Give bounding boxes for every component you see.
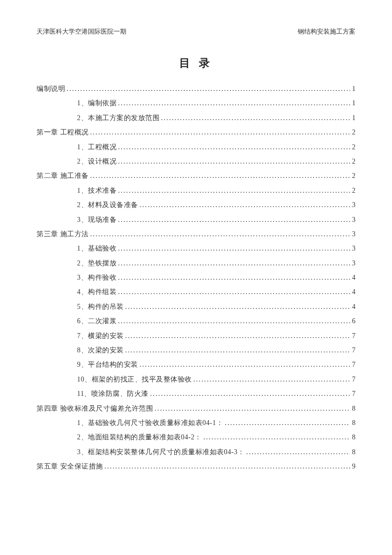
- header-left: 天津医科大学空港国际医院一期: [37, 27, 126, 36]
- toc-label: 2、地面组装结构的质量标准如表04-2：: [77, 430, 202, 444]
- toc-page-number: 1: [350, 96, 355, 110]
- toc-entry: 7、横梁的安装7: [37, 329, 355, 343]
- toc-page-number: 2: [350, 183, 355, 198]
- toc-entry: 5、构件的吊装4: [37, 299, 355, 314]
- toc-entry: 6、二次灌浆6: [37, 314, 355, 328]
- toc-label: 2、垫铁摆放: [77, 256, 117, 270]
- toc-label: 5、构件的吊装: [77, 299, 124, 314]
- toc-label: 3、现场准备: [77, 213, 117, 227]
- toc-leader-dots: [245, 445, 350, 459]
- toc-page-number: 3: [350, 213, 355, 227]
- toc-leader-dots: [117, 213, 350, 227]
- toc-page-number: 2: [350, 169, 355, 183]
- toc-entry: 第五章 安全保证措施9: [37, 459, 355, 473]
- toc-label: 2、设计概况: [77, 154, 117, 169]
- toc-label: 9、平台结构的安装: [77, 357, 138, 372]
- toc-page-number: 7: [350, 372, 355, 386]
- toc-entry: 第三章 施工方法3: [37, 227, 355, 241]
- toc-leader-dots: [65, 82, 350, 96]
- toc-page-number: 8: [350, 445, 355, 459]
- toc-leader-dots: [117, 314, 350, 328]
- toc-entry: 3、现场准备3: [37, 213, 355, 227]
- toc-label: 6、二次灌浆: [77, 314, 117, 328]
- toc-list: 编制说明11、编制依据12、本施工方案的发放范围1第一章 工程概况21、工程概况…: [37, 82, 355, 474]
- toc-page-number: 1: [350, 111, 355, 125]
- toc-entry: 1、编制依据1: [37, 96, 355, 110]
- toc-page-number: 1: [350, 82, 355, 96]
- toc-entry: 第二章 施工准备2: [37, 169, 355, 183]
- toc-page-number: 2: [350, 125, 355, 139]
- toc-page-number: 4: [350, 299, 355, 314]
- toc-entry: 2、材料及设备准备3: [37, 198, 355, 212]
- toc-page-number: 2: [350, 140, 355, 154]
- toc-entry: 2、垫铁摆放3: [37, 256, 355, 270]
- toc-entry: 1、工程概况2: [37, 140, 355, 154]
- toc-label: 2、材料及设备准备: [77, 198, 138, 212]
- toc-leader-dots: [117, 183, 350, 198]
- toc-label: 8、次梁的安装: [77, 343, 124, 357]
- toc-entry: 2、设计概况2: [37, 154, 355, 169]
- toc-leader-dots: [89, 227, 351, 241]
- toc-leader-dots: [223, 416, 350, 430]
- toc-page-number: 2: [350, 154, 355, 169]
- toc-entry: 11、喷涂防腐、防火漆7: [37, 386, 355, 401]
- toc-page-number: 3: [350, 256, 355, 270]
- toc-leader-dots: [138, 357, 351, 372]
- toc-leader-dots: [159, 111, 350, 125]
- toc-leader-dots: [117, 96, 350, 110]
- toc-leader-dots: [138, 198, 351, 212]
- toc-leader-dots: [149, 386, 350, 401]
- toc-label: 第二章 施工准备: [37, 169, 89, 183]
- toc-page-number: 7: [350, 329, 355, 343]
- toc-page-number: 3: [350, 227, 355, 241]
- header-right: 钢结构安装施工方案: [298, 27, 355, 36]
- toc-label: 第四章 验收标准及尺寸偏差允许范围: [37, 401, 153, 416]
- toc-entry: 第一章 工程概况2: [37, 125, 355, 139]
- toc-label: 3、框架结构安装整体几何尺寸的质量标准如表04-3：: [77, 445, 245, 459]
- toc-entry: 2、地面组装结构的质量标准如表04-2：8: [37, 430, 355, 444]
- toc-title: 目 录: [37, 56, 355, 71]
- toc-leader-dots: [89, 125, 351, 139]
- toc-leader-dots: [117, 241, 350, 256]
- toc-label: 2、本施工方案的发放范围: [77, 111, 159, 125]
- toc-label: 1、基础验收几何尺寸验收质量标准如表04-1：: [77, 416, 223, 430]
- toc-leader-dots: [124, 343, 351, 357]
- toc-leader-dots: [117, 140, 350, 154]
- toc-entry: 10、框架的初找正、找平及整体验收7: [37, 372, 355, 386]
- toc-leader-dots: [117, 154, 350, 169]
- toc-entry: 4、构件组装4: [37, 285, 355, 299]
- toc-page-number: 7: [350, 386, 355, 401]
- toc-label: 7、横梁的安装: [77, 329, 124, 343]
- toc-page-number: 4: [350, 270, 355, 285]
- toc-leader-dots: [103, 459, 351, 473]
- toc-leader-dots: [192, 372, 351, 386]
- toc-leader-dots: [89, 169, 351, 183]
- toc-page-number: 9: [350, 459, 355, 473]
- toc-page-number: 8: [350, 430, 355, 444]
- toc-page-number: 3: [350, 241, 355, 256]
- toc-label: 第一章 工程概况: [37, 125, 89, 139]
- toc-leader-dots: [117, 285, 350, 299]
- toc-label: 4、构件组装: [77, 285, 117, 299]
- toc-page-number: 8: [350, 416, 355, 430]
- toc-page-number: 7: [350, 343, 355, 357]
- toc-entry: 1、技术准备2: [37, 183, 355, 198]
- toc-entry: 3、构件验收4: [37, 270, 355, 285]
- toc-entry: 8、次梁的安装7: [37, 343, 355, 357]
- toc-label: 11、喷涂防腐、防火漆: [77, 386, 149, 401]
- toc-entry: 编制说明1: [37, 82, 355, 96]
- toc-label: 3、构件验收: [77, 270, 117, 285]
- toc-page-number: 6: [350, 314, 355, 328]
- toc-label: 1、技术准备: [77, 183, 117, 198]
- toc-entry: 1、基础验收3: [37, 241, 355, 256]
- toc-label: 1、基础验收: [77, 241, 117, 256]
- toc-label: 1、编制依据: [77, 96, 117, 110]
- toc-entry: 1、基础验收几何尺寸验收质量标准如表04-1：8: [37, 416, 355, 430]
- toc-label: 10、框架的初找正、找平及整体验收: [77, 372, 192, 386]
- toc-leader-dots: [153, 401, 350, 416]
- toc-entry: 第四章 验收标准及尺寸偏差允许范围8: [37, 401, 355, 416]
- toc-entry: 2、本施工方案的发放范围1: [37, 111, 355, 125]
- toc-entry: 9、平台结构的安装7: [37, 357, 355, 372]
- toc-entry: 3、框架结构安装整体几何尺寸的质量标准如表04-3：8: [37, 445, 355, 459]
- toc-page-number: 7: [350, 357, 355, 372]
